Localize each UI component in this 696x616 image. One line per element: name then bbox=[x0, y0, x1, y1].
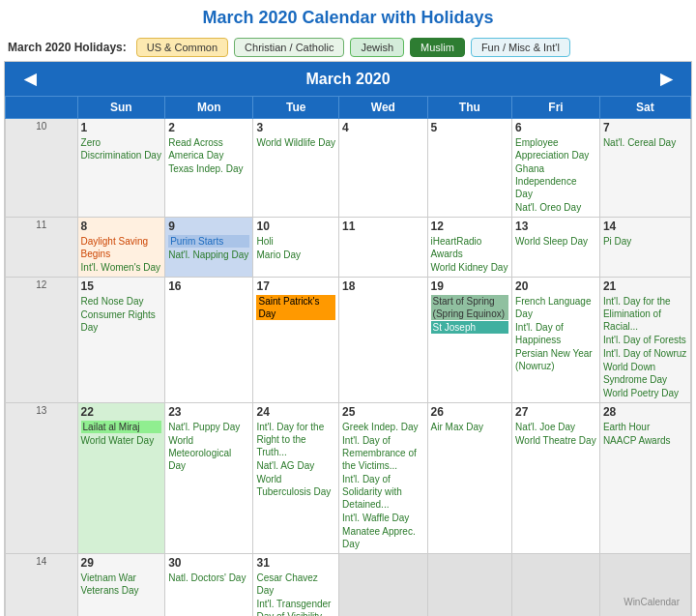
cell-apr1 bbox=[339, 554, 427, 617]
event: Int'l. Day of Forests bbox=[603, 334, 687, 346]
cell-mar8: 8 Daylight Saving Begins Int'l. Women's … bbox=[77, 218, 165, 278]
day-number: 6 bbox=[515, 121, 596, 134]
event: iHeartRadio Awards bbox=[431, 235, 509, 260]
event: Nat'l. Puppy Day bbox=[168, 421, 249, 433]
day-number: 3 bbox=[256, 121, 335, 134]
cell-mar2: 2 Read Across America Day Texas Indep. D… bbox=[165, 119, 253, 218]
day-number: 2 bbox=[168, 121, 249, 134]
event: Daylight Saving Begins bbox=[81, 235, 162, 260]
event: Mario Day bbox=[256, 249, 335, 261]
cell-mar16: 16 bbox=[165, 278, 253, 403]
event: Int'l. Day of Remembrance of the Victims… bbox=[342, 434, 423, 472]
week-num-12: 12 bbox=[6, 278, 78, 403]
event: Holi bbox=[256, 235, 335, 248]
cell-mar24: 24 Int'l. Day for the Right to the Truth… bbox=[253, 403, 339, 554]
day-number: 9 bbox=[168, 220, 249, 233]
event: Saint Patrick's Day bbox=[256, 295, 335, 320]
day-number: 13 bbox=[515, 220, 596, 233]
day-number: 24 bbox=[256, 405, 335, 419]
day-number: 17 bbox=[256, 279, 335, 293]
day-number: 4 bbox=[342, 121, 423, 134]
day-number: 31 bbox=[256, 556, 335, 570]
cell-mar15: 15 Red Nose Day Consumer Rights Day bbox=[77, 278, 165, 403]
event: Int'l. Day for the Right to the Truth... bbox=[256, 421, 335, 458]
day-number: 16 bbox=[168, 279, 249, 293]
footer-credit: WinCalendar bbox=[603, 595, 687, 609]
event: St Joseph bbox=[431, 321, 509, 334]
calendar-container: ◀ March 2020 ▶ Sun Mon Tue Wed Thu Fri S… bbox=[4, 61, 692, 616]
day-number: 1 bbox=[81, 121, 162, 134]
tag-us[interactable]: US & Common bbox=[136, 38, 228, 57]
event: Natl. Doctors' Day bbox=[168, 572, 249, 584]
event: Persian New Year (Nowruz) bbox=[515, 347, 596, 372]
cell-apr2 bbox=[427, 554, 512, 617]
cell-mar25: 25 Greek Indep. Day Int'l. Day of Rememb… bbox=[339, 403, 427, 554]
col-fri: Fri bbox=[512, 97, 600, 119]
day-number: 8 bbox=[81, 220, 162, 233]
event: NAACP Awards bbox=[603, 434, 687, 447]
cell-mar18: 18 bbox=[339, 278, 427, 403]
event: World Poetry Day bbox=[603, 387, 687, 399]
event: Int'l. Transgender Day of Visibility bbox=[256, 598, 335, 616]
page-title: March 2020 Calendar with Holidays bbox=[0, 0, 696, 34]
event: Int'l. Day for the Elimination of Racial… bbox=[603, 295, 687, 333]
cell-mar7: 7 Nat'l. Cereal Day bbox=[599, 119, 690, 218]
col-sat: Sat bbox=[599, 97, 690, 119]
event: Nat'l. AG Day bbox=[256, 459, 335, 472]
holidays-bar: March 2020 Holidays: US & Common Christi… bbox=[0, 34, 696, 61]
cell-mar30: 30 Natl. Doctors' Day bbox=[165, 554, 253, 617]
day-number: 7 bbox=[603, 121, 687, 134]
holidays-label: March 2020 Holidays: bbox=[8, 41, 127, 54]
day-number: 27 bbox=[515, 405, 596, 419]
prev-month-button[interactable]: ◀ bbox=[16, 68, 44, 90]
event: French Language Day bbox=[515, 295, 596, 320]
event: Earth Hour bbox=[603, 421, 687, 433]
event: Read Across America Day bbox=[168, 136, 249, 161]
cell-mar4: 4 bbox=[339, 119, 427, 218]
week-num-10: 10 bbox=[6, 119, 78, 218]
event: World Down Syndrome Day bbox=[603, 361, 687, 386]
day-number: 14 bbox=[603, 220, 687, 233]
event: World Wildlife Day bbox=[256, 136, 335, 149]
event: Zero Discrimination Day bbox=[81, 136, 162, 161]
col-tue: Tue bbox=[253, 97, 339, 119]
cell-mar13: 13 World Sleep Day bbox=[512, 218, 600, 278]
event: Int'l. Day of Solidarity with Detained..… bbox=[342, 473, 423, 511]
event: Nat'l. Cereal Day bbox=[603, 136, 687, 149]
event: Texas Indep. Day bbox=[168, 162, 249, 175]
cell-mar28: 28 Earth Hour NAACP Awards bbox=[599, 403, 690, 554]
event: World Kidney Day bbox=[431, 261, 509, 274]
day-number: 12 bbox=[431, 220, 509, 233]
cal-header: ◀ March 2020 ▶ bbox=[5, 62, 691, 96]
cell-mar1: 1 Zero Discrimination Day bbox=[77, 119, 165, 218]
event: Vietnam War Veterans Day bbox=[81, 572, 162, 597]
day-number: 10 bbox=[256, 220, 335, 233]
event: Manatee Apprec. Day bbox=[342, 525, 423, 550]
cell-mar19: 19 Start of Spring (Spring Equinox) St J… bbox=[427, 278, 512, 403]
week-num-col-header bbox=[6, 97, 78, 119]
cell-mar14: 14 Pi Day bbox=[599, 218, 690, 278]
cell-mar11: 11 bbox=[339, 218, 427, 278]
event: Int'l. Day of Happiness bbox=[515, 321, 596, 346]
event: World Theatre Day bbox=[515, 434, 596, 447]
week-num-14: 14 bbox=[6, 554, 78, 617]
tag-jewish[interactable]: Jewish bbox=[350, 38, 404, 57]
day-number: 26 bbox=[431, 405, 509, 419]
cell-mar10: 10 Holi Mario Day bbox=[253, 218, 339, 278]
col-thu: Thu bbox=[427, 97, 512, 119]
tag-christian[interactable]: Christian / Catholic bbox=[234, 38, 344, 57]
next-month-button[interactable]: ▶ bbox=[652, 68, 680, 90]
day-number: 29 bbox=[81, 556, 162, 570]
cell-mar27: 27 Nat'l. Joe Day World Theatre Day bbox=[512, 403, 600, 554]
week-num-11: 11 bbox=[6, 218, 78, 278]
tag-muslim[interactable]: Muslim bbox=[410, 38, 465, 57]
tag-fun[interactable]: Fun / Misc & Int'l bbox=[471, 38, 570, 57]
event: Air Max Day bbox=[431, 421, 509, 433]
event: Int'l. Day of Nowruz bbox=[603, 347, 687, 360]
cell-mar23: 23 Nat'l. Puppy Day World Meteorological… bbox=[165, 403, 253, 554]
event: Nat'l. Napping Day bbox=[168, 249, 249, 261]
cell-mar9: 9 Purim Starts Nat'l. Napping Day bbox=[165, 218, 253, 278]
event: Consumer Rights Day bbox=[81, 308, 162, 334]
event: Greek Indep. Day bbox=[342, 421, 423, 433]
calendar-grid: Sun Mon Tue Wed Thu Fri Sat 10 1 Zero Di… bbox=[5, 96, 691, 616]
